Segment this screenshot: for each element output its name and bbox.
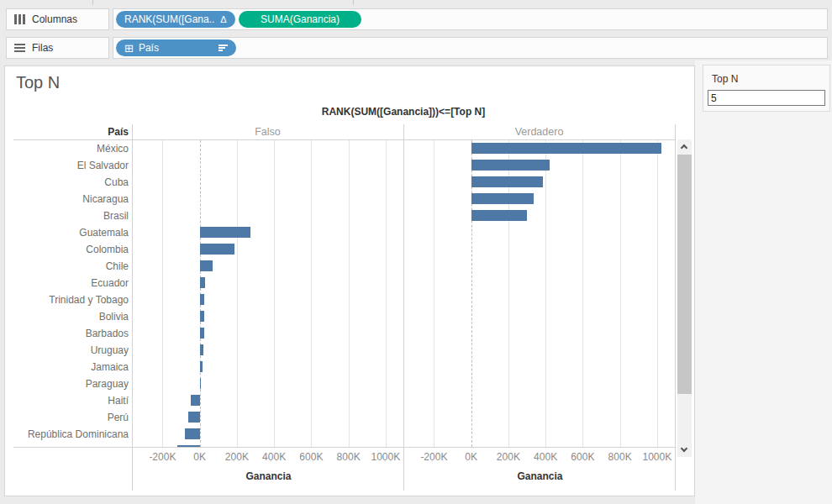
country-label[interactable]: Uruguay xyxy=(5,342,129,359)
country-label[interactable]: El Salvador xyxy=(5,157,129,174)
country-label[interactable]: Ecuador xyxy=(5,275,129,291)
pane-row xyxy=(404,325,676,342)
pane-row xyxy=(133,443,404,447)
chevron-up-icon xyxy=(681,144,687,151)
pill-suma-label: SUMA(Ganancia) xyxy=(261,13,340,25)
bar-nicaragua[interactable] xyxy=(471,193,534,204)
pane-row xyxy=(133,258,404,275)
bar-paraguay[interactable] xyxy=(200,378,201,389)
bar-cuba[interactable] xyxy=(471,176,544,187)
x-axis-title-verdadero[interactable]: Ganancia xyxy=(404,470,676,482)
bar-venezuela[interactable] xyxy=(177,445,200,447)
bar-chile[interactable] xyxy=(200,260,213,271)
row-field-header[interactable]: País xyxy=(5,124,129,139)
scroll-up-button[interactable] xyxy=(677,139,692,154)
country-label[interactable]: Barbados xyxy=(5,325,129,342)
pill-suma-ganancia[interactable]: SUMA(Ganancia) xyxy=(239,11,361,28)
pane-row xyxy=(404,359,676,375)
country-label[interactable]: México xyxy=(5,140,129,157)
bar-jamaica[interactable] xyxy=(200,361,203,372)
country-label[interactable]: Chile xyxy=(5,258,129,275)
pill-rank-sum-ganancia[interactable]: RANK(SUM([Gana.. Δ xyxy=(116,11,235,28)
country-label[interactable]: Bolivia xyxy=(5,308,129,325)
pane-row xyxy=(133,308,404,325)
pill-rank-label: RANK(SUM([Gana.. xyxy=(124,13,214,25)
country-label[interactable]: Haití xyxy=(5,392,129,409)
top-n-parameter-input[interactable] xyxy=(708,90,825,106)
parameter-panel xyxy=(695,60,832,504)
x-tick-label: 0K xyxy=(193,451,206,463)
pane-row xyxy=(404,258,676,275)
pane-verdadero xyxy=(404,140,676,447)
pane-row xyxy=(404,157,676,174)
vertical-scrollbar[interactable] xyxy=(677,139,692,457)
columns-shelf-label-box: Columnas xyxy=(6,8,109,30)
country-label[interactable]: Cuba xyxy=(5,174,129,191)
pane-row xyxy=(133,174,404,191)
pane-row xyxy=(404,375,676,392)
sheet-title: Top N xyxy=(16,73,60,92)
bar-ecuador[interactable] xyxy=(200,277,205,288)
pane-row xyxy=(133,409,404,426)
pane-row xyxy=(133,275,404,291)
bar-barbados[interactable] xyxy=(200,328,204,339)
bar-trinidad-y-tobago[interactable] xyxy=(200,294,205,305)
pane-row xyxy=(404,308,676,325)
pane-row xyxy=(133,241,404,258)
pane-row xyxy=(404,291,676,308)
country-label[interactable]: Nicaragua xyxy=(5,191,129,207)
scroll-down-button[interactable] xyxy=(677,443,692,457)
x-axis-verdadero[interactable]: -200K0K200K400K600K800K1000K xyxy=(404,451,676,468)
bar-guatemala[interactable] xyxy=(200,227,251,238)
sort-descending-icon[interactable] xyxy=(219,45,228,51)
bar-el-salvador[interactable] xyxy=(471,160,550,171)
x-axis-title-falso[interactable]: Ganancia xyxy=(133,470,404,482)
bar-hait-[interactable] xyxy=(191,395,200,406)
country-label[interactable]: Trinidad y Tobago xyxy=(5,291,129,308)
pane-row xyxy=(404,443,676,447)
pane-bottom-line xyxy=(13,447,675,448)
bar-colombia[interactable] xyxy=(200,244,234,255)
country-label[interactable]: Jamaica xyxy=(5,359,129,375)
rows-icon xyxy=(14,44,25,52)
pane-row xyxy=(404,392,676,409)
country-label[interactable]: Guatemala xyxy=(5,224,129,241)
scrollbar-thumb[interactable] xyxy=(677,155,692,394)
country-label[interactable]: Perú xyxy=(5,409,129,426)
bar-bolivia[interactable] xyxy=(200,311,205,322)
pane-row xyxy=(404,409,676,426)
top-divider-remnant xyxy=(353,0,354,5)
country-label[interactable]: Colombia xyxy=(5,241,129,258)
x-tick-label: 800K xyxy=(337,451,361,463)
bar-m-xico[interactable] xyxy=(471,143,662,154)
x-tick-label: 1000K xyxy=(643,451,672,463)
pill-pais[interactable]: ⊞ País xyxy=(116,39,236,56)
bar-rep-blica-dominicana[interactable] xyxy=(185,428,200,439)
columns-icon xyxy=(14,14,25,24)
chevron-down-icon xyxy=(681,445,687,452)
x-tick-label: 600K xyxy=(571,451,594,463)
pane-header-falso[interactable]: Falso xyxy=(132,124,403,139)
pane-row xyxy=(133,157,404,174)
x-tick-label: 800K xyxy=(608,451,632,463)
pane-header-verdadero[interactable]: Verdadero xyxy=(403,124,675,139)
x-tick-label: 0K xyxy=(465,451,477,463)
column-field-label[interactable]: RANK(SUM([Ganancia]))<=[Top N] xyxy=(132,106,675,118)
bar-brasil[interactable] xyxy=(471,210,527,221)
pane-row xyxy=(133,325,404,342)
x-tick-label: 400K xyxy=(534,451,557,463)
bar-uruguay[interactable] xyxy=(200,344,203,355)
x-axis-falso[interactable]: -200K0K200K400K600K800K1000K xyxy=(133,451,404,468)
bar-per-[interactable] xyxy=(188,412,200,423)
country-label[interactable]: Paraguay xyxy=(5,375,129,392)
expand-plus-icon[interactable]: ⊞ xyxy=(124,43,134,54)
country-label[interactable]: Brasil xyxy=(5,207,129,224)
pane-row xyxy=(404,275,676,291)
pane-row xyxy=(133,207,404,224)
x-tick-label: 200K xyxy=(497,451,520,463)
country-label[interactable]: República Dominicana xyxy=(5,426,129,443)
x-tick-label: -200K xyxy=(420,451,447,463)
country-label[interactable]: Venezuela xyxy=(5,443,129,447)
pane-row xyxy=(133,224,404,241)
pane-row xyxy=(404,224,676,241)
